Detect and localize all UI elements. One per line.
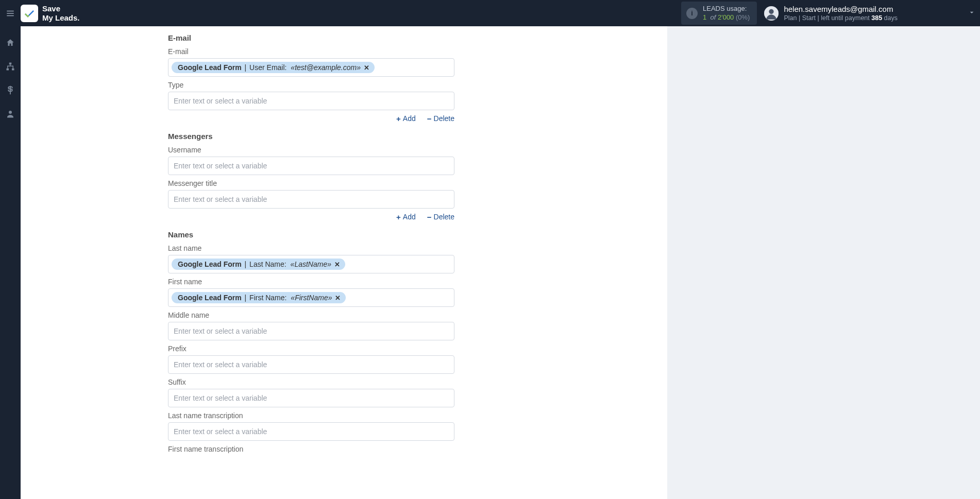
usage-total: 2'000 bbox=[718, 13, 734, 21]
placeholder-text: Enter text or select a variable bbox=[172, 327, 267, 335]
label-suffix: Suffix bbox=[168, 378, 454, 386]
form-card: E-mail E-mail Google Lead Form | User Em… bbox=[21, 26, 667, 499]
chip-label: Last Name: bbox=[249, 260, 286, 268]
label-prefix: Prefix bbox=[168, 345, 454, 353]
placeholder-text: Enter text or select a variable bbox=[172, 360, 267, 369]
chip-remove-button[interactable]: ✕ bbox=[364, 64, 369, 72]
chip-last-name: Google Lead Form | Last Name: «LastName»… bbox=[172, 259, 345, 270]
placeholder-text: Enter text or select a variable bbox=[172, 394, 267, 402]
section-title-names: Names bbox=[168, 230, 454, 239]
leads-usage-pill[interactable]: i LEADS usage: 1 of 2'000 (0%) bbox=[681, 2, 757, 25]
field-messenger-title: Messenger title Enter text or select a v… bbox=[168, 179, 454, 209]
minus-icon: − bbox=[427, 115, 432, 123]
info-icon: i bbox=[686, 8, 698, 19]
field-username: Username Enter text or select a variable bbox=[168, 146, 454, 175]
sidebar-nav bbox=[0, 26, 21, 499]
plus-icon: + bbox=[396, 213, 401, 221]
input-type[interactable]: Enter text or select a variable bbox=[168, 92, 454, 110]
field-suffix: Suffix Enter text or select a variable bbox=[168, 378, 454, 407]
chip-label: User Email: bbox=[249, 63, 286, 72]
chip-email: Google Lead Form | User Email: «test@exa… bbox=[172, 62, 375, 73]
chip-source: Google Lead Form bbox=[178, 294, 242, 302]
placeholder-text: Enter text or select a variable bbox=[172, 195, 267, 203]
usage-stats: 1 of 2'000 (0%) bbox=[703, 13, 750, 22]
usage-pct: (0%) bbox=[736, 13, 750, 21]
input-messenger-title[interactable]: Enter text or select a variable bbox=[168, 190, 454, 209]
sidebar-item-connections[interactable] bbox=[0, 59, 21, 74]
chip-value: «LastName» bbox=[291, 260, 331, 268]
field-first-name-trans: First name transcription bbox=[168, 445, 454, 453]
chip-remove-button[interactable]: ✕ bbox=[334, 261, 340, 268]
usage-of: of bbox=[710, 13, 716, 21]
brand-line1: Save bbox=[42, 4, 60, 13]
account-block[interactable]: helen.savemyleads@gmail.com Plan | Start… bbox=[764, 4, 901, 23]
sidebar-item-home[interactable] bbox=[0, 36, 21, 50]
sidebar-item-profile[interactable] bbox=[0, 107, 21, 121]
account-plan-line: Plan | Start | left until payment 385 da… bbox=[784, 14, 898, 22]
add-messenger-button[interactable]: +Add bbox=[396, 213, 416, 221]
chip-remove-button[interactable]: ✕ bbox=[335, 294, 341, 302]
checkmark-icon bbox=[23, 7, 36, 20]
account-text: helen.savemyleads@gmail.com Plan | Start… bbox=[784, 4, 898, 23]
svg-point-8 bbox=[9, 111, 12, 114]
field-prefix: Prefix Enter text or select a variable bbox=[168, 345, 454, 374]
input-middle-name[interactable]: Enter text or select a variable bbox=[168, 322, 454, 340]
user-icon bbox=[6, 109, 15, 118]
section-title-email: E-mail bbox=[168, 33, 454, 42]
input-suffix[interactable]: Enter text or select a variable bbox=[168, 389, 454, 407]
delete-messenger-button[interactable]: −Delete bbox=[427, 213, 454, 221]
chip-source: Google Lead Form bbox=[178, 63, 242, 72]
section-title-messengers: Messengers bbox=[168, 132, 454, 141]
plan-days-label: days bbox=[884, 14, 898, 22]
plan-prefix: Plan | bbox=[784, 14, 800, 22]
brand-name: Save My Leads. bbox=[42, 4, 80, 22]
svg-rect-7 bbox=[12, 68, 14, 71]
input-last-name-trans[interactable]: Enter text or select a variable bbox=[168, 422, 454, 441]
label-first-name-trans: First name transcription bbox=[168, 445, 454, 453]
menu-toggle-button[interactable] bbox=[2, 5, 19, 22]
dollar-icon bbox=[6, 85, 15, 95]
brand-line2: My Leads. bbox=[42, 13, 80, 22]
plan-name: Start bbox=[802, 14, 816, 22]
input-first-name[interactable]: Google Lead Form | First Name: «FirstNam… bbox=[168, 288, 454, 307]
label-middle-name: Middle name bbox=[168, 311, 454, 319]
avatar-icon bbox=[764, 6, 779, 21]
field-last-name-trans: Last name transcription Enter text or se… bbox=[168, 411, 454, 441]
label-messenger-title: Messenger title bbox=[168, 179, 454, 187]
sidebar-item-billing[interactable] bbox=[0, 83, 21, 97]
usage-title: LEADS usage: bbox=[703, 5, 750, 13]
delete-email-button[interactable]: −Delete bbox=[427, 114, 454, 123]
form-column: E-mail E-mail Google Lead Form | User Em… bbox=[168, 33, 454, 453]
label-last-name: Last name bbox=[168, 244, 454, 252]
messengers-section-actions: +Add −Delete bbox=[168, 213, 454, 221]
svg-rect-5 bbox=[9, 63, 12, 65]
svg-rect-6 bbox=[7, 68, 9, 71]
plus-icon: + bbox=[396, 115, 401, 123]
minus-icon: − bbox=[427, 213, 432, 221]
usage-current: 1 bbox=[703, 13, 706, 21]
account-email: helen.savemyleads@gmail.com bbox=[784, 4, 898, 14]
input-username[interactable]: Enter text or select a variable bbox=[168, 157, 454, 175]
input-prefix[interactable]: Enter text or select a variable bbox=[168, 355, 454, 374]
hamburger-icon bbox=[6, 9, 15, 18]
chip-label: First Name: bbox=[249, 294, 286, 302]
chip-first-name: Google Lead Form | First Name: «FirstNam… bbox=[172, 292, 346, 303]
app-header: Save My Leads. i LEADS usage: 1 of 2'000… bbox=[0, 0, 980, 26]
plan-left-prefix: | left until payment bbox=[818, 14, 870, 22]
chip-value: «FirstName» bbox=[291, 294, 332, 302]
page-scroll-area[interactable]: E-mail E-mail Google Lead Form | User Em… bbox=[21, 26, 980, 499]
home-icon bbox=[6, 38, 15, 47]
field-type: Type Enter text or select a variable bbox=[168, 81, 454, 110]
label-type: Type bbox=[168, 81, 454, 89]
input-email[interactable]: Google Lead Form | User Email: «test@exa… bbox=[168, 58, 454, 77]
email-section-actions: +Add −Delete bbox=[168, 114, 454, 123]
placeholder-text: Enter text or select a variable bbox=[172, 162, 267, 170]
account-dropdown-toggle[interactable] bbox=[968, 8, 976, 18]
input-last-name[interactable]: Google Lead Form | Last Name: «LastName»… bbox=[168, 255, 454, 273]
field-email: E-mail Google Lead Form | User Email: «t… bbox=[168, 47, 454, 77]
leads-usage-text: LEADS usage: 1 of 2'000 (0%) bbox=[703, 5, 750, 22]
chip-value: «test@example.com» bbox=[291, 63, 361, 72]
brand-logo[interactable] bbox=[21, 5, 38, 22]
label-username: Username bbox=[168, 146, 454, 154]
add-email-button[interactable]: +Add bbox=[396, 114, 416, 123]
